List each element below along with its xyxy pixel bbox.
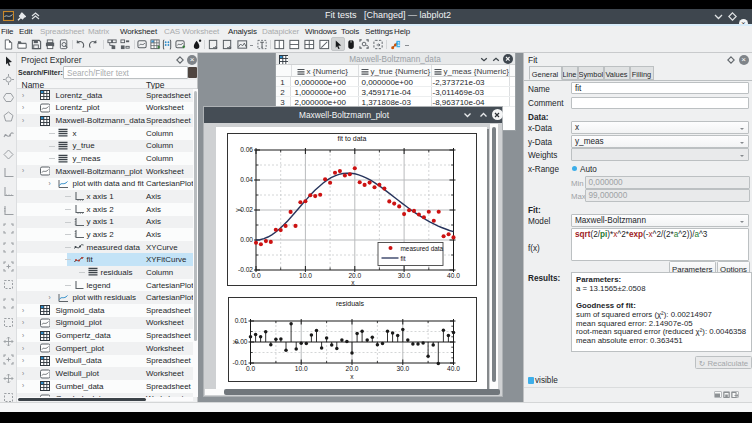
- svg-text:10.0: 10.0: [295, 365, 308, 372]
- svg-text:40.0: 40.0: [447, 272, 460, 279]
- svg-text:30.0: 30.0: [396, 365, 409, 372]
- svg-text:1: 1: [396, 41, 399, 47]
- svg-text:0.04: 0.04: [240, 176, 253, 183]
- svg-text:0.06: 0.06: [240, 146, 253, 153]
- svg-text:20.0: 20.0: [346, 365, 359, 372]
- svg-text:residuals: residuals: [336, 300, 365, 307]
- svg-text:20.0: 20.0: [348, 272, 361, 279]
- svg-text:0.0: 0.0: [246, 365, 255, 372]
- svg-text:40.0: 40.0: [447, 365, 460, 372]
- svg-text:0.02: 0.02: [240, 206, 253, 213]
- svg-text:30.0: 30.0: [398, 272, 411, 279]
- svg-text:0.0: 0.0: [251, 272, 260, 279]
- svg-text:10.0: 10.0: [299, 272, 312, 279]
- svg-text:fit to data: fit to data: [338, 135, 367, 142]
- svg-text:0.01: 0.01: [235, 317, 248, 324]
- svg-text:0.00: 0.00: [240, 236, 253, 243]
- svg-text:measured data: measured data: [401, 245, 444, 252]
- svg-text:fit: fit: [401, 255, 406, 262]
